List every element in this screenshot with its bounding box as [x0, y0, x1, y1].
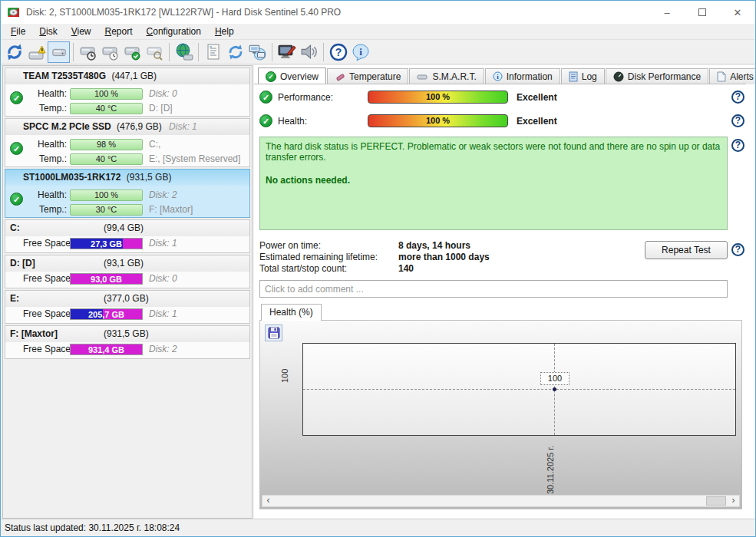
- comment-input[interactable]: [259, 280, 728, 298]
- disk-clock-icon[interactable]: [99, 41, 121, 63]
- partition-size: (377,0 GB): [104, 293, 149, 304]
- save-chart-button[interactable]: [265, 325, 282, 341]
- disk-check-icon[interactable]: [121, 41, 144, 63]
- temp-value-bar: 40 °C: [70, 103, 143, 114]
- free-space-bar: 93,0 GB: [70, 273, 143, 285]
- scroll-left-icon[interactable]: ‹: [262, 496, 274, 506]
- data-point-label: 100: [540, 372, 569, 385]
- maximize-button[interactable]: [685, 1, 720, 24]
- partition-size: (99,4 GB): [104, 222, 144, 233]
- data-point: [553, 387, 556, 391]
- monitor-edit-icon[interactable]: [276, 41, 298, 63]
- partition-item-e[interactable]: E:(377,0 GB) Free Space 205,7 GB Disk: 1: [5, 290, 250, 324]
- performance-meter: 100 %: [368, 91, 508, 104]
- chart-tab-health[interactable]: Health (%): [261, 304, 322, 321]
- chart-scrollbar[interactable]: ‹ ›: [262, 495, 740, 507]
- disk-item-1[interactable]: SPCC M.2 PCIe SSD (476,9 GB) Disk: 1 Hea…: [5, 118, 250, 167]
- help-icon[interactable]: ?: [731, 139, 744, 152]
- free-space-bar: 27,3 GB: [70, 238, 143, 249]
- power-on-time-value: 8 days, 14 hours: [398, 240, 470, 251]
- disk-size: (931,5 GB): [127, 172, 172, 183]
- free-space-label: Free Space: [23, 238, 77, 249]
- scroll-right-icon[interactable]: ›: [728, 496, 739, 506]
- disk-item-0[interactable]: TEAM T2535T480G (447,1 GB) Health: 100 %…: [5, 68, 250, 117]
- temp-value-bar: 40 °C: [70, 153, 143, 165]
- temp-value-bar: 30 °C: [70, 204, 143, 216]
- disk-size: (476,9 GB): [117, 121, 162, 132]
- refresh-icon[interactable]: [3, 41, 25, 63]
- tab-alerts[interactable]: Alerts: [709, 68, 756, 84]
- health-label: Health:: [19, 189, 67, 200]
- status-last-updated: Status last updated: 30.11.2025 г. 18:08…: [5, 522, 180, 533]
- partition-name: E:: [10, 293, 19, 304]
- help-icon[interactable]: ?: [327, 41, 349, 63]
- partition-item-f[interactable]: F: [Maxtor](931,5 GB) Free Space 931,4 G…: [5, 325, 250, 359]
- disk-number: Disk: 1: [149, 308, 177, 319]
- health-label: Health:: [19, 139, 67, 150]
- x-axis-date-label: 30.11.2025 г.: [546, 446, 555, 494]
- tab-temperature[interactable]: Temperature: [327, 68, 408, 84]
- health-row: Health: 100 % Excellent ?: [254, 114, 756, 130]
- tab-smart[interactable]: S.M.A.R.T.: [409, 68, 484, 84]
- menu-configuration[interactable]: Configuration: [140, 25, 208, 38]
- disk-overview-icon[interactable]: [48, 41, 70, 63]
- tab-overview[interactable]: Overview: [258, 68, 326, 84]
- disk-number: Disk: 1: [149, 238, 177, 249]
- sync-icon[interactable]: [224, 41, 246, 63]
- network-globe-icon[interactable]: [173, 41, 195, 63]
- ok-icon: [259, 114, 272, 127]
- performance-label: Performance:: [278, 92, 333, 103]
- thermometer-icon: [335, 71, 345, 82]
- help-icon[interactable]: ?: [731, 114, 744, 127]
- drive-letters: C:,: [149, 139, 160, 150]
- svg-text:i: i: [359, 46, 362, 58]
- health-meter: 100 %: [368, 114, 508, 127]
- y-axis-tick: 100: [280, 369, 289, 383]
- start-stop-label: Total start/stop count:: [259, 263, 347, 274]
- close-button[interactable]: ✕: [720, 1, 755, 24]
- free-space-bar: 205,7 GB: [70, 308, 143, 320]
- partition-name: F: [Maxtor]: [10, 328, 58, 339]
- health-value-bar: 98 %: [70, 139, 143, 150]
- info-icon[interactable]: i: [349, 41, 371, 63]
- disk-alert-icon[interactable]: [25, 41, 48, 63]
- disk-size: (447,1 GB): [111, 71, 157, 81]
- help-icon[interactable]: ?: [731, 243, 744, 256]
- help-icon[interactable]: ?: [731, 91, 744, 104]
- tab-information[interactable]: iInformation: [485, 68, 560, 84]
- partition-item-d[interactable]: D: [D](93,1 GB) Free Space 93,0 GB Disk:…: [5, 255, 250, 288]
- power-on-time-label: Power on time:: [259, 240, 321, 251]
- app-logo-icon: [8, 6, 21, 18]
- partition-size: (931,5 GB): [104, 328, 149, 339]
- menu-file[interactable]: File: [4, 25, 32, 38]
- disk-number: Disk: 2: [149, 189, 177, 200]
- menu-disk[interactable]: Disk: [32, 25, 64, 38]
- tab-disk-performance[interactable]: Disk Performance: [606, 68, 708, 84]
- crosshair-horizontal: [303, 389, 735, 390]
- tab-strip: Overview Temperature S.M.A.R.T. iInforma…: [258, 68, 756, 84]
- menu-help[interactable]: Help: [208, 25, 241, 38]
- repeat-test-button[interactable]: Repeat Test: [645, 241, 728, 259]
- report-icon[interactable]: [202, 41, 224, 63]
- disk-stopwatch-icon[interactable]: [77, 41, 99, 63]
- performance-rating: Excellent: [517, 92, 557, 103]
- lifetime-value: more than 1000 days: [398, 252, 490, 262]
- toolbar-separator: [169, 43, 170, 61]
- disk-number: Disk: 1: [169, 121, 197, 132]
- lifetime-label: Estimated remaining lifetime:: [259, 252, 378, 262]
- partition-item-c[interactable]: C:(99,4 GB) Free Space 27,3 GB Disk: 1: [5, 219, 250, 253]
- disk-list-panel: TEAM T2535T480G (447,1 GB) Health: 100 %…: [2, 65, 253, 519]
- log-icon: [569, 71, 578, 82]
- menu-report[interactable]: Report: [98, 25, 140, 38]
- disk-status-textbox: The hard disk status is PERFECT. Problem…: [259, 137, 728, 230]
- network-computers-icon[interactable]: [246, 41, 269, 63]
- disk-item-2-selected[interactable]: ST1000LM035-1RK172 (931,5 GB) Health: 10…: [5, 169, 250, 218]
- scrollbar-thumb[interactable]: [706, 496, 726, 506]
- speaker-icon[interactable]: [298, 41, 320, 63]
- disk-search-icon[interactable]: [144, 41, 166, 63]
- tab-log[interactable]: Log: [561, 68, 605, 84]
- minimize-button[interactable]: –: [649, 1, 685, 24]
- health-chart-panel: Health (%) 100 100 30.11.2025 г. ‹: [259, 304, 742, 509]
- menu-view[interactable]: View: [64, 25, 98, 38]
- overview-tab-icon: [266, 71, 276, 82]
